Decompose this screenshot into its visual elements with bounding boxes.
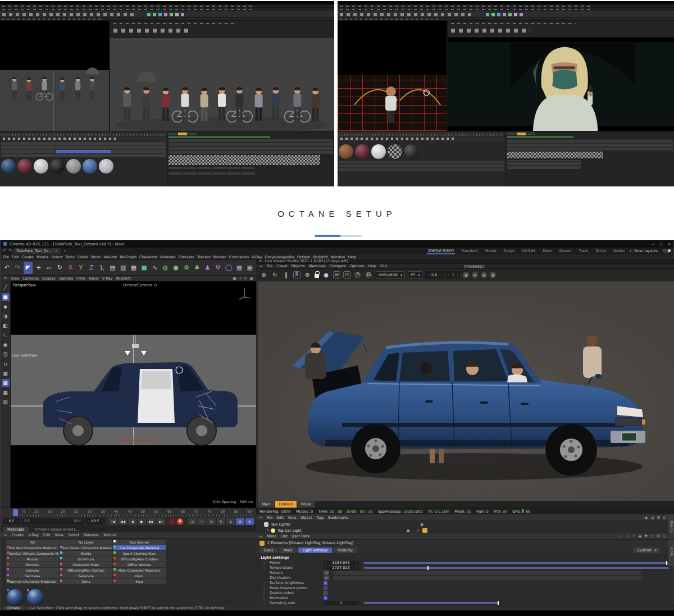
materials-menu-item[interactable]: Create: [12, 533, 24, 537]
materials-menu-item[interactable]: Material: [84, 533, 98, 537]
transport-button[interactable]: |◀: [109, 518, 117, 525]
object-manager-corner-icon[interactable]: ◉: [645, 515, 648, 520]
toolbar-icon[interactable]: ■: [139, 262, 149, 274]
material-layer-cell[interactable]: No Layer: [60, 540, 112, 545]
live-viewer-menu-item[interactable]: Compare: [330, 264, 347, 268]
menu-item[interactable]: Simulate: [178, 255, 194, 259]
layout-tab[interactable]: Paint: [541, 248, 553, 254]
pick-box-icon[interactable]: ⊡: [343, 271, 350, 279]
maximize-button[interactable]: ▢: [659, 242, 663, 246]
enabled-check-icon[interactable]: ✓: [417, 528, 420, 533]
toolbar-icon[interactable]: ▦: [129, 262, 139, 274]
viewport-menu-item[interactable]: V-Ray: [102, 276, 113, 281]
autokey-icon[interactable]: A: [177, 518, 183, 524]
materials-menu-item[interactable]: View: [55, 533, 63, 537]
screenshot-umbrella-woman[interactable]: [338, 1, 674, 186]
material-layer-cell[interactable]: Taxi Interior: [113, 540, 166, 545]
material-thumbnail[interactable]: [6, 588, 24, 606]
attribute-corner-icon[interactable]: ◉: [638, 534, 641, 539]
toolbar-icon[interactable]: ●: [171, 262, 181, 274]
toolbar-icon[interactable]: L: [97, 262, 107, 274]
toolbar-icon[interactable]: ∿: [150, 262, 160, 274]
settings-gear-icon[interactable]: ⚙: [303, 271, 312, 279]
attribute-corner-icon[interactable]: ←: [620, 534, 623, 539]
layout-tab[interactable]: Standard: [460, 248, 479, 254]
render-pass-tab[interactable]: Noise: [297, 501, 315, 508]
toolbar-icon[interactable]: ♟: [203, 262, 212, 274]
object-manager-menu-item[interactable]: File: [267, 515, 273, 520]
attribute-corner-icon[interactable]: ⚙: [657, 534, 660, 539]
live-viewer-menu-item[interactable]: GUI: [380, 264, 387, 268]
object-manager-menu-item[interactable]: Tags: [316, 515, 324, 520]
redo-icon[interactable]: ↷: [8, 248, 12, 253]
panel-menu-icon[interactable]: ≡: [259, 534, 263, 539]
menu-item[interactable]: Edit: [12, 255, 19, 259]
keyframe-option-icon[interactable]: ◎: [188, 518, 197, 525]
double-sided-checkbox[interactable]: [324, 591, 327, 595]
toolbar-icon[interactable]: ▦: [235, 262, 244, 274]
close-button[interactable]: ✕: [668, 242, 671, 246]
toolbar-icon[interactable]: Y: [76, 262, 86, 274]
pin-p-icon[interactable]: Ⓟ: [353, 271, 362, 279]
viewport-menu-item[interactable]: Panel: [89, 276, 99, 281]
material-layer-cell[interactable]: Setsuko: [6, 568, 59, 573]
toolbar-icon[interactable]: ▤: [108, 262, 117, 274]
zoom-stepper[interactable]: ‹0.6›: [425, 271, 443, 279]
viewport-corner-icon[interactable]: ●: [233, 276, 236, 281]
mode-tool-icon[interactable]: ▦: [2, 389, 10, 396]
layout-tab[interactable]: Nodes: [612, 248, 626, 254]
material-layer-cell[interactable]: Tomioka: [6, 562, 59, 567]
live-viewer-menu-item[interactable]: File: [267, 264, 273, 268]
attribute-corner-icon[interactable]: ↑: [632, 534, 636, 539]
material-layer-cell[interactable]: Office Woman: [113, 562, 166, 567]
mode-tool-icon[interactable]: ◆: [2, 303, 10, 311]
material-layer-cell[interactable]: Woman Character Materials: [6, 579, 59, 584]
transport-button[interactable]: ▶▶: [147, 518, 156, 525]
toolbar-icon[interactable]: ▣: [245, 262, 254, 274]
menu-item[interactable]: Render: [213, 255, 226, 259]
normalize-checkbox[interactable]: ✓: [324, 596, 327, 600]
materials-panel-tab[interactable]: Materials: [3, 527, 29, 532]
object-manager-corner-icon[interactable]: ◍: [651, 515, 654, 520]
toolbar-icon[interactable]: ↻: [55, 262, 65, 274]
viewport-corner-icon[interactable]: ↻: [244, 276, 248, 281]
material-layer-cell[interactable]: Male Character Materials: [113, 568, 166, 573]
keyframe-option-icon[interactable]: ⊠: [236, 518, 244, 525]
transport-button[interactable]: ▶: [138, 518, 146, 525]
attribute-corner-icon[interactable]: ▼: [645, 534, 648, 539]
octane-render-view[interactable]: [258, 281, 674, 501]
attribute-menu-item[interactable]: User Data: [292, 534, 309, 539]
panel-menu-icon[interactable]: ≡: [259, 264, 263, 269]
object-manager-corner-icon[interactable]: ▼: [657, 515, 660, 520]
attribute-tab[interactable]: Visibility: [333, 547, 357, 553]
current-frame-stepper[interactable]: ‹0 F›: [3, 518, 20, 524]
material-layer-cell[interactable]: Yuina: [60, 579, 112, 584]
toolbar-icon[interactable]: Ψ: [213, 262, 223, 274]
pass-stepper[interactable]: ‹1›: [446, 271, 460, 279]
viewport-corner-icon[interactable]: ▣: [249, 276, 253, 281]
materials-menu-item[interactable]: V-Ray: [28, 533, 39, 537]
menu-item[interactable]: Extensions: [229, 255, 249, 259]
material-layer-cell[interactable]: Sakurada: [60, 573, 112, 578]
pin-m-icon[interactable]: Ⓜ: [365, 271, 373, 279]
layout-tab[interactable]: Startup (User): [427, 248, 455, 254]
material-layer-cell[interactable]: Office/BigMan Clothes: [113, 556, 166, 562]
timeline-playhead[interactable]: [13, 509, 18, 516]
refresh-icon[interactable]: ↻: [271, 271, 279, 279]
attribute-corner-icon[interactable]: ⊡: [663, 534, 666, 539]
material-layer-cell[interactable]: Taxi Red Composite Material: [6, 545, 59, 550]
material-layer-cell[interactable]: Uchimura: [60, 556, 112, 562]
attribute-corner-icon[interactable]: →: [626, 534, 630, 539]
viewport-menu-item[interactable]: View: [11, 276, 19, 281]
camera-label[interactable]: OctaneCamera ⊙: [123, 283, 157, 288]
keyframe-option-icon[interactable]: ⊞: [245, 518, 254, 525]
octane-light-tag-icon[interactable]: [422, 528, 427, 533]
mode-tool-icon[interactable]: ◑: [2, 312, 10, 320]
menu-item[interactable]: Modes: [37, 255, 48, 259]
viewport-menu-item[interactable]: Options: [59, 276, 73, 281]
attribute-tab[interactable]: Light settings: [298, 547, 332, 553]
materials-menu-item[interactable]: Select: [68, 533, 79, 537]
menu-item[interactable]: Select: [51, 255, 62, 259]
viewport-menu-item[interactable]: Cameras: [22, 276, 39, 281]
panel-menu-icon[interactable]: ≡: [259, 515, 263, 520]
